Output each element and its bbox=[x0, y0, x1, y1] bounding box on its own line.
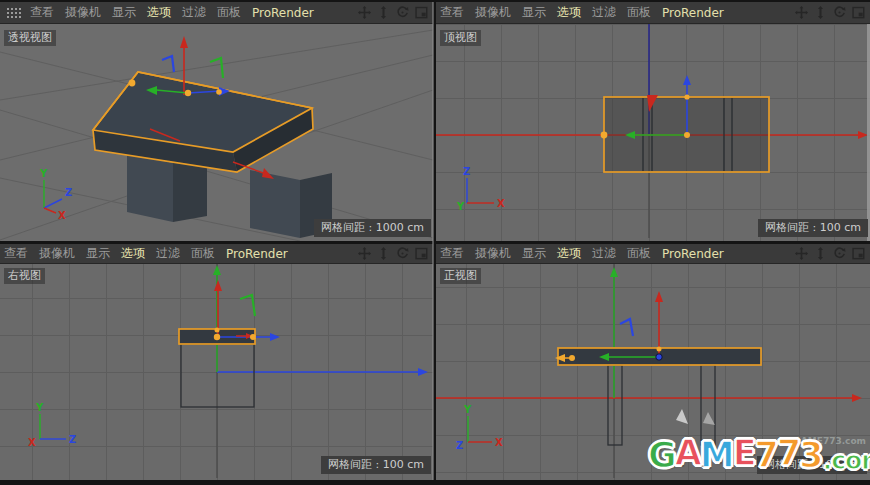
viewport-front: 查看 摄像机 显示 选项 过滤 面板 ProRender 正视图 bbox=[436, 244, 870, 480]
menu-item-panel[interactable]: 面板 bbox=[627, 245, 651, 262]
menu-item-view[interactable]: 查看 bbox=[440, 245, 464, 262]
axis-indicator: Y Z X bbox=[39, 168, 72, 221]
zoom-icon[interactable] bbox=[375, 5, 391, 21]
axis-x-label: X bbox=[497, 198, 505, 209]
world-x-axis bbox=[150, 129, 274, 179]
menu-item-filter[interactable]: 过滤 bbox=[156, 245, 180, 262]
rotate-icon[interactable] bbox=[394, 246, 410, 262]
table-leg-outline bbox=[608, 365, 622, 445]
menu-item-camera[interactable]: 摄像机 bbox=[39, 245, 75, 262]
menu-item-prorender[interactable]: ProRender bbox=[252, 6, 314, 20]
world-axes bbox=[436, 267, 862, 402]
menu-item-display[interactable]: 显示 bbox=[86, 245, 110, 262]
menu-item-camera[interactable]: 摄像机 bbox=[65, 4, 101, 21]
maximize-icon[interactable] bbox=[413, 5, 429, 21]
menu-item-view[interactable]: 查看 bbox=[440, 4, 464, 21]
menu-item-prorender[interactable]: ProRender bbox=[226, 247, 288, 261]
viewport-menubar: 查看 摄像机 显示 选项 过滤 面板 ProRender bbox=[436, 244, 870, 264]
zoom-icon[interactable] bbox=[375, 246, 391, 262]
perspective-scene: Y Z X bbox=[0, 24, 433, 241]
viewport-separator bbox=[432, 2, 434, 480]
viewport-menubar: 查看 摄像机 显示 选项 过滤 面板 ProRender bbox=[0, 244, 433, 264]
axis-y-label: Y bbox=[39, 168, 48, 179]
menu-item-view[interactable]: 查看 bbox=[4, 245, 28, 262]
c4d-quad-view: 查看 摄像机 显示 选项 过滤 面板 ProRender 透视视图 bbox=[0, 0, 870, 485]
table-model[interactable] bbox=[558, 348, 761, 445]
watermark-letter: A bbox=[675, 436, 700, 471]
blue-plane-handle bbox=[620, 319, 633, 336]
table-model[interactable] bbox=[179, 329, 255, 407]
world-axes bbox=[213, 265, 428, 376]
viewport-label: 透视视图 bbox=[4, 30, 56, 46]
axis-gizmo[interactable] bbox=[601, 75, 691, 139]
menu-item-filter[interactable]: 过滤 bbox=[592, 245, 616, 262]
menu-item-display[interactable]: 显示 bbox=[522, 245, 546, 262]
maximize-icon[interactable] bbox=[413, 246, 429, 262]
table-leg-outline bbox=[701, 365, 715, 445]
front-scene: Y X Z bbox=[436, 264, 870, 480]
rotate-icon[interactable] bbox=[831, 246, 847, 262]
maximize-icon[interactable] bbox=[850, 246, 866, 262]
axis-z-label: Z bbox=[456, 440, 463, 451]
menu-item-panel[interactable]: 面板 bbox=[191, 245, 215, 262]
menu-item-panel[interactable]: 面板 bbox=[627, 4, 651, 21]
viewport-label: 右视图 bbox=[4, 268, 45, 284]
zoom-icon[interactable] bbox=[812, 246, 828, 262]
grid-spacing-badge: 网格间距 : 100 cm bbox=[757, 456, 867, 474]
menu-item-panel[interactable]: 面板 bbox=[217, 4, 241, 21]
green-plane-handle bbox=[240, 295, 255, 316]
front-canvas[interactable]: 正视图 bbox=[436, 264, 870, 480]
viewport-menubar: 查看 摄像机 显示 选项 过滤 面板 ProRender bbox=[0, 2, 433, 24]
axis-indicator: Y Z X bbox=[28, 402, 76, 448]
menu-item-camera[interactable]: 摄像机 bbox=[475, 245, 511, 262]
axis-x-label: X bbox=[28, 437, 36, 448]
table-leg-outline bbox=[181, 344, 254, 407]
axis-z-label: Z bbox=[65, 187, 72, 198]
perspective-grid bbox=[0, 30, 433, 241]
menu-item-options[interactable]: 选项 bbox=[147, 4, 171, 21]
rotate-icon[interactable] bbox=[394, 5, 410, 21]
right-scene: Y Z X bbox=[0, 264, 433, 480]
table-model[interactable] bbox=[93, 72, 332, 238]
viewport-right: 查看 摄像机 显示 选项 过滤 面板 ProRender 右视图 bbox=[0, 244, 433, 480]
menu-item-options[interactable]: 选项 bbox=[557, 245, 581, 262]
menu-item-prorender[interactable]: ProRender bbox=[662, 6, 724, 20]
menu-item-options[interactable]: 选项 bbox=[557, 4, 581, 21]
menu-item-prorender[interactable]: ProRender bbox=[662, 247, 724, 261]
axis-gizmo[interactable] bbox=[555, 291, 663, 362]
menu-item-display[interactable]: 显示 bbox=[112, 4, 136, 21]
viewport-drag-handle[interactable] bbox=[5, 6, 22, 19]
axis-gizmo[interactable] bbox=[129, 36, 230, 96]
menu-item-filter[interactable]: 过滤 bbox=[592, 4, 616, 21]
perspective-canvas[interactable]: 透视视图 bbox=[0, 24, 433, 241]
axis-y-label: Y bbox=[456, 201, 465, 212]
top-canvas[interactable]: 顶视图 bbox=[436, 24, 870, 241]
maximize-icon[interactable] bbox=[850, 5, 866, 21]
axis-indicator: Y X Z bbox=[456, 404, 503, 451]
menu-item-options[interactable]: 选项 bbox=[121, 245, 145, 262]
pan-icon[interactable] bbox=[356, 246, 372, 262]
menu-item-display[interactable]: 显示 bbox=[522, 4, 546, 21]
menu-item-view[interactable]: 查看 bbox=[30, 4, 54, 21]
top-scene: Z X Y bbox=[436, 24, 870, 241]
watermark-shadow-text: GAME773.com bbox=[793, 436, 866, 446]
table-top-outline bbox=[558, 348, 761, 365]
viewport-label: 正视图 bbox=[440, 268, 481, 284]
blue-plane-handle bbox=[162, 56, 174, 72]
pan-icon[interactable] bbox=[793, 246, 809, 262]
axis-y-label: Y bbox=[463, 404, 472, 415]
axis-gizmo[interactable] bbox=[214, 280, 280, 341]
watermark-letter: G bbox=[648, 438, 675, 473]
table-top-outline bbox=[179, 329, 255, 344]
axis-x-label: X bbox=[58, 210, 66, 221]
cursor-artifacts bbox=[676, 409, 715, 425]
pan-icon[interactable] bbox=[356, 5, 372, 21]
menu-item-filter[interactable]: 过滤 bbox=[182, 4, 206, 21]
watermark-letter: M bbox=[700, 438, 733, 473]
zoom-icon[interactable] bbox=[812, 5, 828, 21]
table-model[interactable] bbox=[604, 97, 769, 172]
pan-icon[interactable] bbox=[793, 5, 809, 21]
right-canvas[interactable]: 右视图 bbox=[0, 264, 433, 480]
menu-item-camera[interactable]: 摄像机 bbox=[475, 4, 511, 21]
rotate-icon[interactable] bbox=[831, 5, 847, 21]
